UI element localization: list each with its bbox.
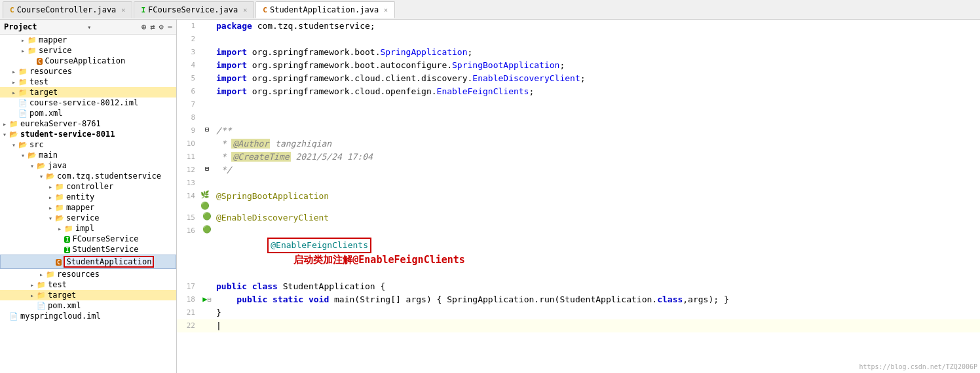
main-layout: Project ▾ ⊕ ⇄ ⚙ − 📁 mapper 📁 service C <box>0 20 980 373</box>
arrow-target-top <box>9 89 18 96</box>
tree-resources-top-label: resources <box>29 67 72 76</box>
tree-impl[interactable]: 📁 impl <box>0 223 176 234</box>
tree-student-service-file[interactable]: I StudentService <box>0 244 176 255</box>
sidebar-header-icons: ⊕ ⇄ ⚙ − <box>141 22 172 31</box>
tree-target2-label: target <box>48 291 76 300</box>
line-content-10: * @Author tangzhiqian <box>214 137 331 151</box>
annotation-note: 启动类加注解@EnableFeignClients <box>293 254 465 266</box>
line-content-21: } <box>214 306 221 319</box>
tab-course-controller[interactable]: C CourseController.java × <box>3 1 132 18</box>
arrow-test-top <box>9 79 18 86</box>
sync-icon[interactable]: ⇄ <box>150 22 155 31</box>
folder-resources2-icon: 📁 <box>46 270 55 279</box>
tree-mapper2-label: mapper <box>66 203 94 212</box>
settings-icon[interactable]: ⚙ <box>159 22 164 31</box>
code-line-18: 18 ▶ ⊟ public static void main(String[] … <box>177 293 980 306</box>
line-gutter-14: 🌿🟢 <box>200 190 214 211</box>
line-gutter-9: ⊟ <box>200 124 214 134</box>
tree-student-application-label: StudentApplication <box>64 256 154 268</box>
arrow-eureka <box>0 120 9 128</box>
tree-mapper2[interactable]: 📁 mapper <box>0 202 176 213</box>
minimize-icon[interactable]: − <box>168 22 172 31</box>
iml-icon-top: 📄 <box>18 99 28 107</box>
arrow-mapper2 <box>46 204 55 211</box>
tree-myspringcloud[interactable]: 📄 myspringcloud.iml <box>0 311 176 321</box>
folder-mapper-icon: 📁 <box>28 36 37 44</box>
line-gutter-12: ⊟ <box>200 164 214 173</box>
tree-fcourse-service[interactable]: I FCourseService <box>0 234 176 244</box>
code-editor[interactable]: 1 package com.tzq.studentservice; 2 3 im… <box>177 20 980 373</box>
tree-eureka[interactable]: 📁 eurekaServer-8761 <box>0 118 176 129</box>
tree-java-label: java <box>48 161 67 170</box>
tree-pom2[interactable]: 📄 pom.xml <box>0 300 176 311</box>
folder-test2-icon: 📁 <box>37 281 46 289</box>
line-num-2: 2 <box>177 33 200 46</box>
tab-close-3-icon[interactable]: × <box>384 7 388 14</box>
tree-service-top[interactable]: 📁 service <box>0 45 176 56</box>
code-line-3: 3 import org.springframework.boot.Spring… <box>177 46 980 59</box>
folder-main-icon: 📂 <box>28 151 37 160</box>
arrow-test2 <box>28 281 37 289</box>
arrow-resources-top <box>9 68 18 75</box>
tree-target2[interactable]: 📁 target <box>0 290 176 300</box>
class-student-app-icon: C <box>56 258 62 266</box>
folder-src-icon: 📂 <box>18 141 28 149</box>
line-num-4: 4 <box>177 59 200 72</box>
fold-icon-18: ⊟ <box>208 294 212 304</box>
tree-service-top-label: service <box>39 46 72 55</box>
tree-student-service[interactable]: 📂 student-service-8011 <box>0 129 176 139</box>
arrow-mapper-top <box>18 37 28 44</box>
line-content-9: /** <box>214 124 231 137</box>
code-line-13: 13 <box>177 177 980 190</box>
tree-entity[interactable]: 📁 entity <box>0 192 176 202</box>
tab-close-icon[interactable]: × <box>121 7 125 14</box>
tree-target-top[interactable]: 📁 target <box>0 87 176 98</box>
line-content-18: public static void main(String[] args) {… <box>214 293 729 306</box>
tree-controller[interactable]: 📁 controller <box>0 181 176 192</box>
line-content-17: public class StudentApplication { <box>214 280 385 293</box>
arrow-com-pkg <box>37 173 46 180</box>
line-num-12: 12 <box>177 164 200 177</box>
tree-course-app[interactable]: C CourseApplication <box>0 56 176 66</box>
sidebar-title: Project <box>4 22 37 31</box>
code-line-16: 16 🟢 @EnableFeignClients 启动类加注解@EnableFe… <box>177 224 980 280</box>
tree-java[interactable]: 📂 java <box>0 160 176 171</box>
tree-test-top[interactable]: 📁 test <box>0 77 176 87</box>
line-num-16: 16 <box>177 224 200 238</box>
line-num-1: 1 <box>177 20 200 33</box>
course-app-icon: C <box>37 57 43 65</box>
line-num-18: 18 <box>177 293 200 306</box>
arrow-target2 <box>28 292 37 299</box>
tree-mapper-top[interactable]: 📁 mapper <box>0 35 176 45</box>
arrow-entity <box>46 194 55 201</box>
tree-course-iml-label: course-service-8012.iml <box>29 98 138 107</box>
line-num-21: 21 <box>177 306 200 319</box>
folder-target2-icon: 📁 <box>37 291 46 300</box>
line-content-13 <box>214 177 221 190</box>
tree-student-service-file-label: StudentService <box>72 245 138 254</box>
line-gutter-18: ▶ ⊟ <box>200 293 214 305</box>
tree-target-top-label: target <box>29 88 58 97</box>
arrow-java <box>28 162 37 169</box>
xml-pom2-icon: 📄 <box>37 302 46 310</box>
tree-src[interactable]: 📂 src <box>0 139 176 150</box>
folder-entity-icon: 📁 <box>55 193 64 202</box>
tab-bar: C CourseController.java × I FCourseServi… <box>0 0 980 20</box>
tree-student-application[interactable]: C StudentApplication <box>0 255 176 269</box>
tree-com-pkg[interactable]: 📂 com.tzq.studentservice <box>0 171 176 181</box>
tree-pom-top[interactable]: 📄 pom.xml <box>0 108 176 118</box>
code-line-7: 7 <box>177 98 980 111</box>
tab-student-application[interactable]: C StudentApplication.java × <box>255 1 395 18</box>
tree-test2[interactable]: 📁 test <box>0 279 176 290</box>
tab-fcourse-service[interactable]: I FCourseService.java × <box>134 1 254 18</box>
tree-course-iml[interactable]: 📄 course-service-8012.iml <box>0 98 176 108</box>
project-sidebar[interactable]: Project ▾ ⊕ ⇄ ⚙ − 📁 mapper 📁 service C <box>0 20 177 373</box>
tree-resources2[interactable]: 📁 resources <box>0 269 176 279</box>
tab-close-2-icon[interactable]: × <box>243 7 247 14</box>
tree-eureka-label: eurekaServer-8761 <box>20 119 101 128</box>
tree-service[interactable]: 📂 service <box>0 213 176 223</box>
tree-resources-top[interactable]: 📁 resources <box>0 66 176 77</box>
tree-main[interactable]: 📂 main <box>0 150 176 160</box>
run-icon[interactable]: ▶ <box>202 293 207 305</box>
locate-icon[interactable]: ⊕ <box>141 22 146 31</box>
